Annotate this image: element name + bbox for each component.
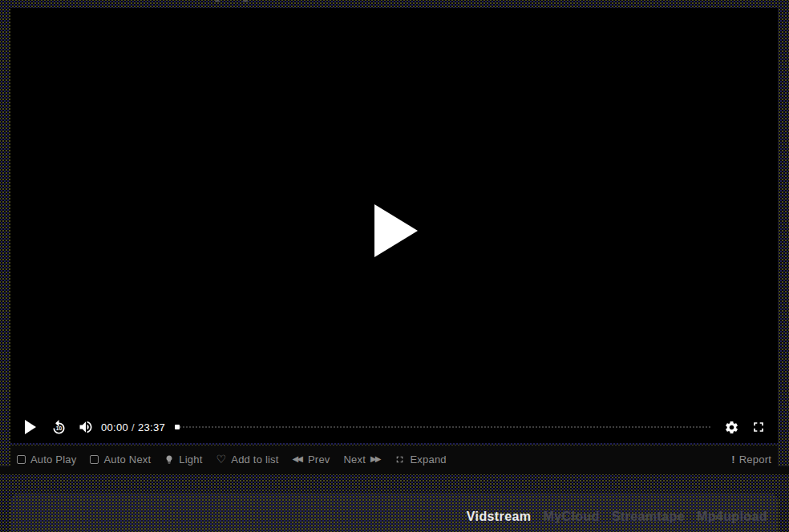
heart-icon: ♡ <box>216 453 227 465</box>
prev-label: Prev <box>308 453 330 466</box>
expand-label: Expand <box>410 453 446 466</box>
checkbox-icon[interactable] <box>90 455 99 464</box>
player-controls: 10 00:00/23:37 <box>10 411 778 443</box>
expand-icon <box>394 454 405 465</box>
play-icon <box>25 420 36 434</box>
progress-bar[interactable] <box>175 424 711 430</box>
play-button[interactable] <box>25 420 36 434</box>
exclamation-icon: ! <box>731 453 735 466</box>
prev-arrows-icon: ◀◀ <box>293 455 301 463</box>
server-tab-mp4upload[interactable]: Mp4upload <box>697 510 767 524</box>
lightbulb-icon <box>164 454 174 465</box>
prev-episode-button[interactable]: ◀◀ Prev <box>293 453 330 466</box>
settings-gear-icon[interactable] <box>724 420 739 435</box>
progress-track <box>180 426 711 428</box>
server-tab-mycloud[interactable]: MyCloud <box>543 510 599 524</box>
report-button[interactable]: ! Report <box>731 453 771 466</box>
current-time: 00:00 <box>101 421 128 433</box>
next-arrows-icon: ▶▶ <box>370 455 379 463</box>
duration: 23:37 <box>138 421 165 433</box>
video-player[interactable]: 10 00:00/23:37 <box>10 8 778 443</box>
rewind-10-icon[interactable]: 10 <box>51 419 67 436</box>
add-to-list-button[interactable]: ♡ Add to list <box>216 453 279 466</box>
server-tab-vidstream[interactable]: Vidstream <box>467 510 532 524</box>
server-panel: Vidstream MyCloud Streamtape Mp4upload <box>10 494 778 532</box>
expand-button[interactable]: Expand <box>394 453 446 466</box>
server-tab-streamtape[interactable]: Streamtape <box>612 510 685 524</box>
light-toggle[interactable]: Light <box>164 453 202 466</box>
next-label: Next <box>344 453 366 466</box>
play-icon <box>374 204 418 257</box>
player-toolbar: Auto Play Auto Next Light ♡ Add to list … <box>10 445 778 473</box>
fullscreen-icon[interactable] <box>751 419 767 435</box>
auto-play-toggle[interactable]: Auto Play <box>17 453 76 466</box>
checkbox-icon[interactable] <box>17 455 26 464</box>
auto-next-label: Auto Next <box>103 453 151 466</box>
auto-play-label: Auto Play <box>30 453 76 466</box>
clipped-title-artifact <box>215 0 220 2</box>
time-display: 00:00/23:37 <box>101 421 165 433</box>
clipped-title-artifact <box>243 0 248 2</box>
rewind-amount-label: 10 <box>56 425 63 431</box>
report-label: Report <box>739 453 771 466</box>
next-episode-button[interactable]: Next ▶▶ <box>344 453 382 466</box>
progress-playhead[interactable] <box>175 425 180 429</box>
volume-icon[interactable] <box>78 419 94 435</box>
light-label: Light <box>179 453 202 466</box>
auto-next-toggle[interactable]: Auto Next <box>90 453 151 466</box>
time-separator: / <box>128 421 138 433</box>
add-to-list-label: Add to list <box>231 453 278 466</box>
big-play-button[interactable] <box>364 195 428 267</box>
